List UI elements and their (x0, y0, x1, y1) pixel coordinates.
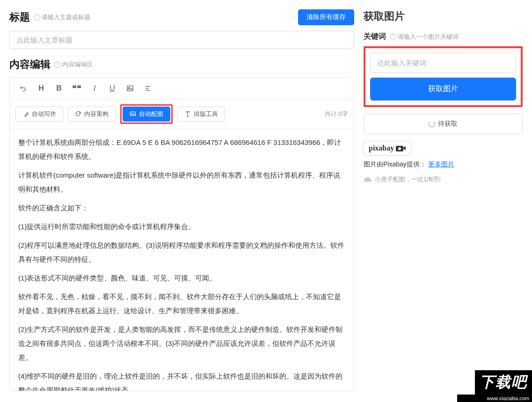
heading-button[interactable]: H (33, 81, 49, 95)
watermark-logo: 下载吧 (475, 370, 532, 395)
title-label: 标题 (9, 10, 30, 24)
pending-button[interactable]: 待获取 (364, 114, 523, 134)
image-button[interactable] (122, 81, 138, 95)
clear-cache-button[interactable]: 清除所有缓存 (298, 9, 354, 25)
editor-content[interactable]: 整个计算机系统由两部分组成：E.69DA 5 E 6 BA 9062616964… (10, 129, 354, 391)
title-header: 标题 ! 请输入主题或标题 清除所有缓存 (9, 9, 354, 25)
fetch-image-button[interactable]: 获取图片 (370, 78, 516, 100)
underline-button[interactable]: U (104, 81, 120, 95)
restructure-button[interactable]: 内容重构 (68, 107, 116, 122)
pixabay-badge: pixabay (364, 141, 411, 156)
word-count: 共计:0字 (325, 110, 348, 118)
editor: H B ❝❝ I U 自动写作 内容重构 (9, 77, 354, 391)
layout-tool-button[interactable]: 排版工具 (177, 107, 225, 122)
info-icon: ! (54, 61, 61, 68)
italic-button[interactable]: I (87, 81, 102, 95)
align-button[interactable] (140, 81, 156, 95)
info-icon: ! (390, 34, 396, 40)
article-title-input[interactable] (9, 31, 354, 49)
more-images-link[interactable]: 更多图片 (428, 160, 454, 168)
undo-button[interactable] (15, 81, 31, 95)
paragraph: 软件看不见，无色，枯燥，看不见，摸不到，闻不到。软件大部分存在于人们的头脑或纸上… (18, 290, 345, 318)
action-toolbar: 自动写作 内容重构 自动配图 排版工具 共计:0字 (10, 100, 354, 129)
svg-rect-0 (127, 86, 133, 91)
keyword-label: 关键词 (364, 32, 386, 42)
auto-write-button[interactable]: 自动写作 (15, 107, 63, 122)
paragraph: 计算机软件(computer software)是指计算机系统中除硬件以外的所有… (18, 168, 345, 196)
cloud-icon (364, 176, 372, 183)
paragraph: 软件的正确含义如下： (18, 201, 345, 215)
keyword-input[interactable] (370, 53, 516, 73)
camera-icon (396, 145, 406, 151)
paragraph: (1)表达形式不同的硬件类型、颜色、味道、可见、可摸、可闻。 (18, 271, 345, 285)
paragraph: 整个计算机系统由两部分组成：E.69DA 5 E 6 BA 9062616964… (18, 136, 345, 164)
title-hint: ! 请输入主题或标题 (34, 13, 90, 22)
spinner-icon (429, 121, 435, 127)
keyword-hint: ! 请输入一个图片关键词 (390, 33, 459, 41)
watermark-url: www.xiazaiba.com (457, 395, 532, 402)
paragraph: (2)生产方式不同的软件是开发，是人类智能的高发挥，而不是传统意义上的硬件制造。… (18, 323, 345, 365)
paragraph: (1)提供运行时所需功能和性能的命令或计算机程序集合。 (18, 220, 345, 234)
paragraph: (2)程序可以满意地处理信息的数据结构。(3)说明程序功能要求和程序需要的文档的… (18, 238, 345, 266)
format-toolbar: H B ❝❝ I U (10, 78, 354, 100)
watermark: 下载吧 www.xiazaiba.com (457, 370, 532, 402)
info-icon: ! (34, 14, 40, 21)
bold-button[interactable]: B (51, 81, 67, 95)
highlight-keyword-box: 获取图片 (364, 46, 523, 107)
auto-image-button[interactable]: 自动配图 (123, 107, 170, 122)
content-label: 内容编辑 (9, 57, 51, 72)
tao-row: 小虎子配图，一次1淘币! (364, 175, 523, 184)
content-hint: ! 内容编辑区 (54, 60, 93, 69)
credit-row: 图片由Pixabay提供： 更多图片 (364, 160, 523, 169)
paragraph: (4)维护不同的硬件是旧的，理论上软件是旧的，并不坏，但实际上软件也是旧的和坏的… (18, 369, 345, 391)
quote-button[interactable]: ❝❝ (69, 81, 85, 95)
sidebar-image-title: 获取图片 (364, 9, 405, 23)
svg-point-7 (398, 147, 401, 150)
highlight-auto-image: 自动配图 (120, 104, 173, 124)
